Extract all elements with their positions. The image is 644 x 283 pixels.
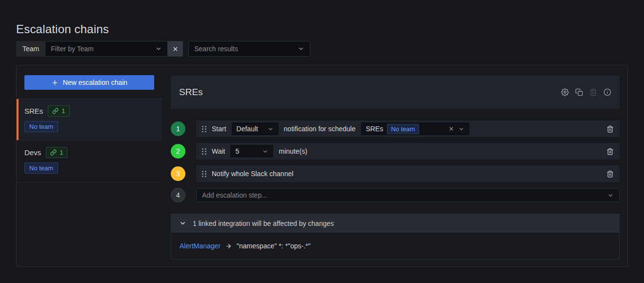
- team-filter-placeholder: Filter by Team: [51, 45, 94, 53]
- chain-name: SREs: [24, 107, 43, 115]
- chain-name: Devs: [24, 148, 41, 157]
- delete-chain-button[interactable]: [589, 88, 597, 96]
- search-results-placeholder: Search results: [194, 45, 238, 53]
- delete-step-button[interactable]: [606, 125, 614, 133]
- copy-chain-button[interactable]: [575, 88, 583, 96]
- step-label-unit: minute(s): [279, 147, 307, 155]
- team-badge: No team: [24, 121, 58, 132]
- drag-handle-icon[interactable]: [202, 171, 206, 177]
- close-icon: [172, 46, 179, 52]
- settings-button[interactable]: [561, 88, 569, 96]
- link-icon: [50, 149, 57, 156]
- trash-icon: [606, 170, 614, 178]
- chain-list-item-sres[interactable]: SREs 1 No team: [17, 99, 162, 141]
- chains-sidebar: New escalation chain SREs 1 No team Devs: [17, 65, 162, 266]
- arrow-right-icon: [225, 243, 232, 249]
- chain-title: SREs: [179, 87, 203, 98]
- step-number-badge: 1: [171, 121, 185, 136]
- clear-schedule-icon[interactable]: [448, 126, 454, 132]
- schedule-team-badge: No team: [387, 124, 419, 134]
- linked-integrations-toggle[interactable]: 1 linked integration will be affected by…: [171, 214, 620, 233]
- delete-step-button[interactable]: [606, 170, 614, 178]
- step-row: Start Default notification for schedule …: [196, 121, 620, 137]
- chevron-down-icon: [458, 126, 464, 132]
- step-label-schedule: notification for schedule: [284, 125, 356, 133]
- team-badge: No team: [24, 162, 58, 174]
- chevron-down-icon: [298, 45, 304, 52]
- chevron-down-icon: [179, 220, 186, 227]
- linked-integrations-header-text: 1 linked integration will be affected by…: [193, 220, 334, 227]
- wait-minutes-value: 5: [235, 147, 239, 155]
- escalation-step-3: 3 Notify whole Slack channel: [171, 165, 620, 182]
- escalation-chains-card: New escalation chain SREs 1 No team Devs: [16, 65, 628, 267]
- step-number-badge: 2: [171, 144, 185, 159]
- delete-step-button[interactable]: [606, 148, 614, 155]
- info-icon: [604, 88, 611, 96]
- linked-integration-row: AlertManager "namespace" *: *"ops-.*": [171, 233, 620, 260]
- escalation-step-2: 2 Wait 5 minute(s): [171, 143, 620, 160]
- add-step-placeholder: Add escalation step...: [202, 191, 267, 199]
- new-escalation-chain-button[interactable]: New escalation chain: [24, 75, 154, 90]
- chain-list-item-devs[interactable]: Devs 1 No team: [17, 141, 162, 182]
- importance-value: Default: [237, 125, 258, 133]
- trash-icon: [606, 125, 614, 133]
- step-label-wait: Wait: [212, 147, 225, 155]
- chain-detail-header: SREs: [171, 76, 620, 109]
- linked-integrations-badge: 1: [46, 147, 67, 158]
- trash-icon: [606, 148, 614, 155]
- linked-integrations-section: 1 linked integration will be affected by…: [171, 214, 620, 260]
- link-icon: [52, 108, 59, 114]
- info-button[interactable]: [604, 88, 611, 96]
- new-escalation-chain-label: New escalation chain: [63, 79, 127, 86]
- chevron-down-icon: [262, 148, 268, 155]
- chevron-down-icon: [267, 126, 274, 132]
- importance-select[interactable]: Default: [232, 122, 279, 135]
- step-row: Wait 5 minute(s): [196, 143, 620, 160]
- trash-icon: [589, 88, 597, 96]
- search-results-select[interactable]: Search results: [188, 41, 310, 57]
- copy-icon: [575, 88, 583, 96]
- drag-handle-icon[interactable]: [202, 126, 206, 132]
- team-filter-select[interactable]: Filter by Team: [45, 41, 168, 57]
- escalation-step-add: 4 Add escalation step...: [171, 188, 620, 202]
- wait-minutes-select[interactable]: 5: [230, 145, 273, 158]
- integration-link[interactable]: AlertManager: [180, 242, 221, 250]
- clear-team-filter-button[interactable]: [168, 41, 183, 57]
- schedule-name: SREs: [366, 125, 383, 133]
- schedule-select[interactable]: SREs No team: [361, 122, 469, 135]
- step-label-start: Start: [212, 125, 226, 133]
- chevron-down-icon: [155, 45, 162, 52]
- linked-integrations-badge: 1: [48, 105, 69, 117]
- escalation-steps: 1 Start Default notification for schedul…: [171, 121, 620, 202]
- gear-icon: [561, 88, 569, 96]
- step-row: Notify whole Slack channel: [196, 165, 620, 182]
- linked-count: 1: [60, 149, 63, 156]
- step-number-badge: 4: [171, 188, 185, 202]
- plus-icon: [51, 79, 59, 86]
- integration-route-filter: "namespace" *: *"ops-.*": [237, 242, 310, 250]
- drag-handle-icon[interactable]: [202, 148, 206, 155]
- chain-detail-panel: SREs 1: [162, 65, 627, 266]
- page-title: Escalation chains: [16, 22, 109, 36]
- chevron-down-icon: [607, 192, 614, 199]
- filter-bar: Team Filter by Team Search results: [16, 41, 310, 57]
- escalation-step-1: 1 Start Default notification for schedul…: [171, 121, 620, 137]
- add-escalation-step-select[interactable]: Add escalation step...: [196, 188, 620, 202]
- team-filter-label: Team: [16, 41, 45, 57]
- linked-count: 1: [61, 107, 65, 115]
- step-number-badge: 3: [171, 166, 185, 181]
- step-label: Notify whole Slack channel: [212, 170, 293, 178]
